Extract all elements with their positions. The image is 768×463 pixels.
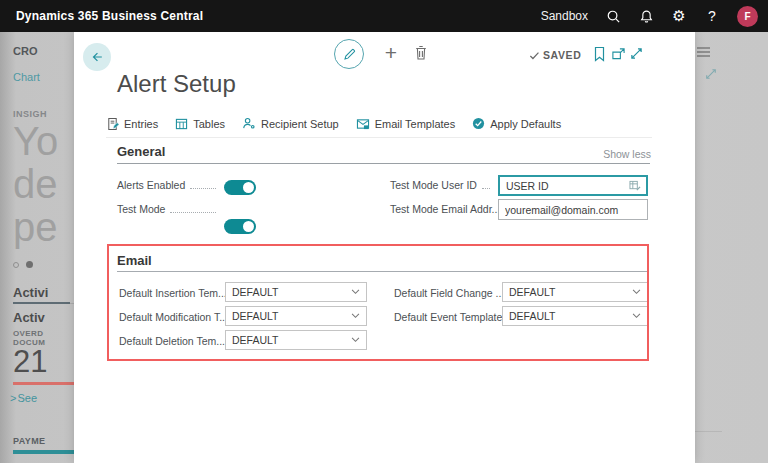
default-insertion-template-label: Default Insertion Tem... bbox=[119, 287, 220, 299]
headline-line: pe bbox=[13, 206, 58, 249]
email-templates-icon bbox=[356, 118, 370, 130]
user-avatar[interactable]: F bbox=[737, 6, 758, 27]
app-title[interactable]: Dynamics 365 Business Central bbox=[16, 9, 203, 23]
action-entries[interactable]: Entries bbox=[106, 117, 158, 131]
bookmark-icon[interactable] bbox=[593, 46, 609, 62]
notifications-bell-icon[interactable] bbox=[638, 8, 654, 24]
chevron-down-icon bbox=[351, 313, 360, 319]
action-label: Email Templates bbox=[375, 118, 456, 130]
top-app-bar: Dynamics 365 Business Central Sandbox ⚙ … bbox=[0, 0, 768, 32]
background-expand-icon bbox=[705, 68, 717, 80]
edit-button[interactable] bbox=[334, 39, 364, 69]
chart-link: Chart bbox=[13, 71, 40, 83]
alerts-enabled-toggle[interactable] bbox=[224, 180, 256, 195]
add-button[interactable]: + bbox=[380, 41, 402, 65]
company-heading: CRO bbox=[13, 45, 37, 57]
headline-line: Yo bbox=[13, 120, 58, 163]
alerts-enabled-label: Alerts Enabled bbox=[117, 179, 221, 191]
apply-defaults-check-icon bbox=[472, 117, 485, 130]
action-label: Tables bbox=[193, 118, 225, 130]
default-field-change-template-label: Default Field Change ... bbox=[394, 287, 497, 299]
lookup-icon[interactable] bbox=[629, 180, 641, 191]
email-section-divider bbox=[117, 271, 648, 272]
general-section-divider bbox=[117, 163, 650, 164]
chevron-down-icon bbox=[351, 337, 360, 343]
action-label: Recipient Setup bbox=[261, 118, 339, 130]
search-icon[interactable] bbox=[605, 8, 621, 24]
expand-diagonal-icon[interactable] bbox=[630, 47, 646, 63]
carousel-dots bbox=[13, 261, 33, 268]
insights-label: INSIGH bbox=[13, 109, 47, 119]
save-status: SAVED bbox=[529, 49, 581, 61]
action-bar: Entries Tables Recipient Setup Email Tem… bbox=[106, 115, 561, 132]
action-label: Entries bbox=[124, 118, 158, 130]
action-bar-divider bbox=[106, 137, 652, 138]
overdue-count: 21 bbox=[13, 344, 47, 380]
action-label: Apply Defaults bbox=[490, 118, 561, 130]
activities-tab: Activi bbox=[13, 285, 48, 300]
see-more-link: >See bbox=[10, 392, 37, 404]
email-section-heading: Email bbox=[117, 253, 152, 268]
activities-heading: Activ bbox=[13, 310, 45, 325]
default-deletion-template-label: Default Deletion Tem... bbox=[119, 335, 220, 347]
background-divider bbox=[695, 431, 722, 432]
action-email-templates[interactable]: Email Templates bbox=[356, 118, 456, 130]
test-mode-label: Test Mode bbox=[117, 203, 221, 215]
general-section-heading: General bbox=[117, 144, 165, 159]
default-event-template-combobox[interactable]: DEFAULT bbox=[502, 306, 648, 326]
default-insertion-template-combobox[interactable]: DEFAULT bbox=[225, 282, 367, 302]
default-modification-template-combobox[interactable]: DEFAULT bbox=[225, 306, 367, 326]
settings-gear-icon[interactable]: ⚙ bbox=[671, 8, 687, 24]
carousel-dot-inactive bbox=[13, 262, 19, 268]
overdue-caption: OVERD bbox=[13, 329, 43, 338]
test-mode-email-input[interactable]: youremail@domain.com bbox=[498, 199, 648, 220]
environment-badge: Sandbox bbox=[541, 9, 588, 23]
tables-icon bbox=[175, 118, 188, 130]
carousel-dot-active bbox=[26, 261, 33, 268]
delete-button[interactable] bbox=[413, 44, 431, 64]
saved-label: SAVED bbox=[543, 49, 581, 61]
action-tables[interactable]: Tables bbox=[175, 118, 225, 130]
action-apply-defaults[interactable]: Apply Defaults bbox=[472, 117, 561, 130]
insight-headline: Yo de pe bbox=[13, 120, 58, 249]
test-mode-email-label: Test Mode Email Addr... bbox=[390, 203, 495, 215]
test-mode-user-id-label: Test Mode User ID bbox=[390, 179, 495, 191]
chevron-right-icon: > bbox=[10, 392, 16, 404]
alert-setup-page: Alert Setup + SAVED Entries Tables Recip… bbox=[74, 32, 695, 463]
default-field-change-template-combobox[interactable]: DEFAULT bbox=[502, 282, 648, 302]
check-icon bbox=[529, 50, 540, 61]
action-recipient-setup[interactable]: Recipient Setup bbox=[242, 117, 339, 130]
chevron-down-icon bbox=[632, 289, 641, 295]
test-mode-toggle[interactable] bbox=[224, 219, 256, 234]
topbar-actions: Sandbox ⚙ ? F bbox=[541, 6, 758, 27]
default-event-template-label: Default Event Template bbox=[394, 311, 497, 323]
default-deletion-template-combobox[interactable]: DEFAULT bbox=[225, 330, 367, 350]
tab-active-underline bbox=[13, 302, 70, 304]
test-mode-user-id-input[interactable]: USER ID bbox=[498, 175, 648, 196]
headline-line: de bbox=[13, 163, 58, 206]
back-button[interactable] bbox=[83, 43, 111, 71]
entries-icon bbox=[106, 117, 119, 131]
help-icon[interactable]: ? bbox=[704, 8, 720, 24]
chevron-down-icon bbox=[632, 313, 641, 319]
hamburger-menu-icon bbox=[697, 47, 710, 57]
payments-label: PAYME bbox=[13, 436, 46, 446]
default-modification-template-label: Default Modification T... bbox=[119, 311, 220, 323]
show-less-link[interactable]: Show less bbox=[603, 148, 651, 160]
recipient-setup-icon bbox=[242, 117, 256, 130]
page-title: Alert Setup bbox=[117, 70, 236, 98]
open-in-window-icon[interactable] bbox=[611, 47, 627, 63]
chevron-down-icon bbox=[351, 289, 360, 295]
